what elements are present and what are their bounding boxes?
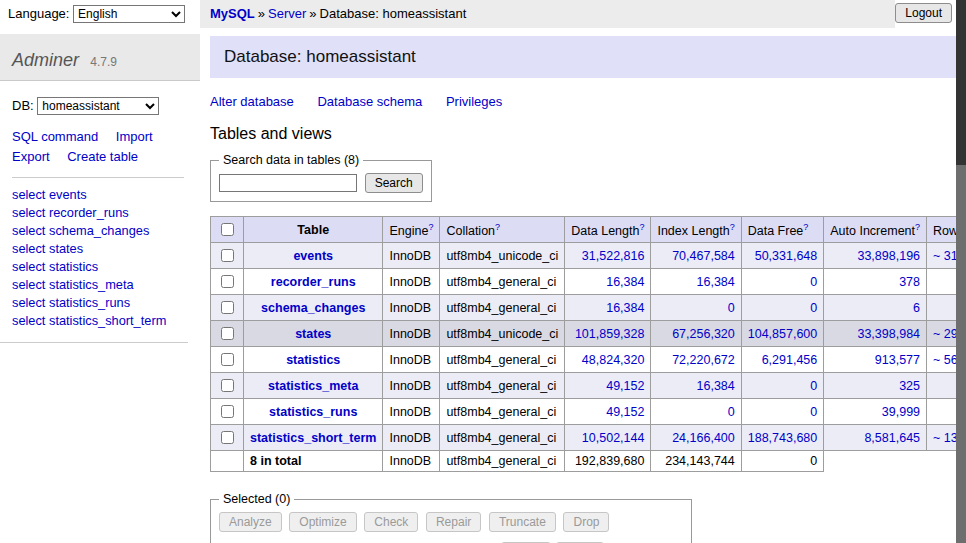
table-name-cell: events (244, 243, 383, 269)
sql-command-link[interactable]: SQL command (12, 129, 98, 144)
index-length-link[interactable]: 72,220,672 (672, 353, 735, 367)
sidebar-item-select-schema-changes[interactable]: select schema_changes (12, 223, 149, 238)
data-length-link[interactable]: 10,502,144 (582, 431, 645, 445)
check-button[interactable]: Check (364, 512, 418, 532)
analyze-button[interactable]: Analyze (219, 512, 282, 532)
data-free-link[interactable]: 104,857,600 (748, 327, 818, 341)
create-table-link-sidebar[interactable]: Create table (67, 149, 138, 164)
row-select-checkbox[interactable] (221, 301, 234, 314)
repair-button[interactable]: Repair (426, 512, 481, 532)
index-length-link[interactable]: 16,384 (697, 275, 735, 289)
export-link[interactable]: Export (12, 149, 50, 164)
auto-increment-cell: 33,898,196 (824, 243, 927, 269)
row-select-checkbox[interactable] (221, 431, 234, 444)
language-select[interactable]: English (73, 5, 185, 23)
index-length-cell: 24,166,400 (651, 425, 741, 451)
data-free-link[interactable]: 0 (810, 275, 817, 289)
data-length-link[interactable]: 16,384 (606, 301, 644, 315)
data-free-link[interactable]: 0 (810, 301, 817, 315)
sidebar-item-select-statistics[interactable]: select statistics (12, 259, 98, 274)
auto-increment-link[interactable]: 6 (913, 301, 920, 315)
data-free-help-link[interactable]: ? (803, 222, 808, 232)
index-length-link[interactable]: 24,166,400 (672, 431, 735, 445)
sidebar-item-select-statistics-meta[interactable]: select statistics_meta (12, 277, 134, 292)
data-length-link[interactable]: 31,522,816 (582, 249, 645, 263)
collation-help-link[interactable]: ? (495, 222, 500, 232)
row-select-checkbox[interactable] (221, 405, 234, 418)
data-length-link[interactable]: 16,384 (606, 275, 644, 289)
search-button[interactable]: Search (365, 173, 423, 193)
data-free-link[interactable]: 0 (810, 405, 817, 419)
optimize-button[interactable]: Optimize (289, 512, 356, 532)
data-free-link[interactable]: 6,291,456 (762, 353, 818, 367)
breadcrumb-mysql-link[interactable]: MySQL (210, 6, 255, 21)
table-row: statistics_short_term InnoDB utf8mb4_gen… (211, 425, 966, 451)
auto-increment-link[interactable]: 325 (899, 379, 920, 393)
table-name-link[interactable]: statistics (286, 353, 340, 367)
row-select-checkbox[interactable] (221, 275, 234, 288)
list-item: select statistics (12, 258, 176, 276)
index-length-link[interactable]: 0 (728, 405, 735, 419)
breadcrumb-current: Database: homeassistant (320, 6, 467, 21)
auto-increment-link[interactable]: 33,898,196 (857, 249, 920, 263)
breadcrumb-server-link[interactable]: Server (268, 6, 306, 21)
index-length-link[interactable]: 0 (728, 301, 735, 315)
auto-increment-link[interactable]: 8,581,645 (864, 431, 920, 445)
total-data-free-cell: 0 (741, 451, 824, 472)
auto-increment-link[interactable]: 39,999 (882, 405, 920, 419)
data-free-link[interactable]: 0 (810, 379, 817, 393)
sidebar-item-select-events[interactable]: select events (12, 187, 87, 202)
auto-increment-link[interactable]: 378 (899, 275, 920, 289)
table-name-link[interactable]: states (295, 327, 331, 341)
table-name-link[interactable]: statistics_meta (268, 379, 358, 393)
table-name-link[interactable]: schema_changes (261, 301, 365, 315)
row-select-cell (211, 373, 244, 399)
sidebar-item-select-recorder-runs[interactable]: select recorder_runs (12, 205, 129, 220)
index-length-link[interactable]: 16,384 (697, 379, 735, 393)
row-select-checkbox[interactable] (221, 353, 234, 366)
auto-increment-link[interactable]: 913,577 (875, 353, 920, 367)
data-length-link[interactable]: 48,824,320 (582, 353, 645, 367)
db-select[interactable]: homeassistant (37, 97, 159, 115)
logout-button[interactable]: Logout (895, 3, 952, 23)
auto-increment-link[interactable]: 33,398,984 (857, 327, 920, 341)
table-name-link[interactable]: statistics_runs (269, 405, 357, 419)
data-length-help-link[interactable]: ? (639, 222, 644, 232)
sidebar-item-select-statistics-runs[interactable]: select statistics_runs (12, 295, 130, 310)
data-length-link[interactable]: 49,152 (606, 379, 644, 393)
auto-increment-help-link[interactable]: ? (915, 222, 920, 232)
select-all-checkbox[interactable] (221, 223, 234, 236)
truncate-button[interactable]: Truncate (489, 512, 556, 532)
drop-button[interactable]: Drop (563, 512, 609, 532)
table-name-link[interactable]: statistics_short_term (250, 431, 376, 445)
data-length-cell: 101,859,328 (565, 321, 651, 347)
row-select-checkbox[interactable] (221, 379, 234, 392)
alter-database-link[interactable]: Alter database (210, 94, 294, 109)
data-length-link[interactable]: 101,859,328 (575, 327, 645, 341)
data-length-link[interactable]: 49,152 (606, 405, 644, 419)
language-chooser: Language: English (0, 0, 200, 28)
search-input[interactable] (219, 174, 357, 192)
table-links-list: select events select recorder_runs selec… (0, 186, 188, 342)
privileges-link[interactable]: Privileges (446, 94, 502, 109)
list-item: select schema_changes (12, 222, 176, 240)
header-auto-increment-label: Auto Increment (830, 224, 915, 238)
database-schema-link[interactable]: Database schema (317, 94, 422, 109)
import-link[interactable]: Import (116, 129, 153, 144)
index-length-link[interactable]: 67,256,320 (672, 327, 735, 341)
engine-value: InnoDB (383, 295, 440, 321)
vertical-scrollbar[interactable] (956, 0, 966, 543)
sidebar-item-select-states[interactable]: select states (12, 241, 83, 256)
index-length-cell: 67,256,320 (651, 321, 741, 347)
engine-help-link[interactable]: ? (428, 222, 433, 232)
scrollbar-thumb[interactable] (956, 0, 966, 165)
row-select-checkbox[interactable] (221, 327, 234, 340)
index-length-link[interactable]: 70,467,584 (672, 249, 735, 263)
sidebar-item-select-statistics-short-term[interactable]: select statistics_short_term (12, 313, 166, 328)
index-length-help-link[interactable]: ? (730, 222, 735, 232)
table-name-link[interactable]: events (293, 249, 333, 263)
data-free-link[interactable]: 188,743,680 (748, 431, 818, 445)
table-name-link[interactable]: recorder_runs (271, 275, 356, 289)
data-free-link[interactable]: 50,331,648 (755, 249, 818, 263)
row-select-checkbox[interactable] (221, 249, 234, 262)
